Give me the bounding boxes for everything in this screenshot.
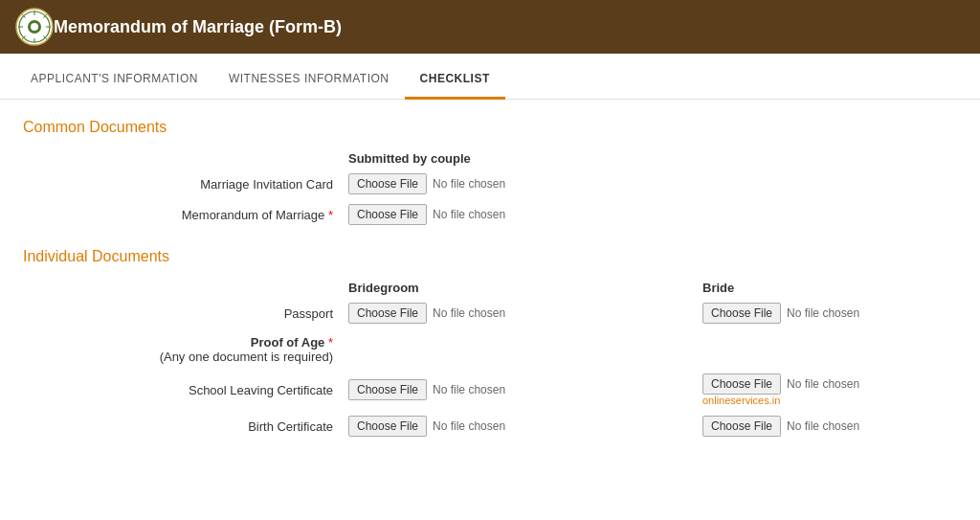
passport-groom-choose-btn[interactable]: Choose File — [348, 303, 427, 324]
proof-of-age-header-row: Proof of Age * (Any one document is requ… — [23, 335, 957, 364]
passport-row: Passport Choose File No file chosen Choo… — [23, 303, 957, 324]
school-cert-bride-file-group: Choose File No file chosen onlineservice… — [702, 373, 913, 406]
birth-cert-groom-choose-btn[interactable]: Choose File — [348, 416, 427, 437]
passport-bride-no-file: No file chosen — [787, 306, 859, 320]
tab-witnesses[interactable]: WITNESSES INFORMATION — [213, 60, 405, 100]
proof-age-subtitle: (Any one document is required) — [23, 350, 333, 364]
school-cert-bride-choose-btn[interactable]: Choose File — [702, 373, 781, 395]
common-documents-section: Common Documents Submitted by couple Mar… — [23, 119, 957, 225]
school-cert-groom-choose-btn[interactable]: Choose File — [348, 379, 427, 400]
tab-applicant[interactable]: APPLICANT'S INFORMATION — [15, 60, 213, 100]
tab-checklist[interactable]: CHECKLIST — [405, 60, 505, 100]
passport-groom-file-group: Choose File No file chosen — [348, 303, 559, 324]
marriage-invitation-no-file: No file chosen — [433, 177, 505, 191]
bridegroom-col-header: Bridegroom — [348, 281, 559, 295]
birth-cert-groom-no-file: No file chosen — [433, 419, 505, 433]
individual-documents-section: Individual Documents Bridegroom Bride Pa… — [23, 248, 957, 437]
proof-of-age-label-block: Proof of Age * (Any one document is requ… — [23, 335, 348, 364]
marriage-invitation-file-group: Choose File No file chosen — [348, 173, 559, 194]
school-cert-label: School Leaving Certificate — [23, 383, 348, 397]
common-docs-title: Common Documents — [23, 119, 957, 136]
passport-bride-choose-btn[interactable]: Choose File — [702, 303, 781, 324]
proof-age-title: Proof of Age — [251, 335, 325, 350]
common-docs-header-row: Submitted by couple — [23, 151, 957, 166]
birth-cert-bride-choose-btn[interactable]: Choose File — [702, 416, 781, 437]
individual-docs-title: Individual Documents — [23, 248, 957, 265]
memorandum-file-group: Choose File No file chosen — [348, 204, 559, 225]
memorandum-required-star: * — [328, 208, 333, 222]
school-cert-groom-file-group: Choose File No file chosen — [348, 379, 559, 400]
birth-cert-row: Birth Certificate Choose File No file ch… — [23, 416, 957, 437]
proof-age-required-star: * — [328, 335, 333, 350]
birth-cert-label: Birth Certificate — [23, 419, 348, 434]
watermark-link: onlineservices.in — [702, 395, 780, 406]
marriage-invitation-choose-btn[interactable]: Choose File — [348, 173, 427, 194]
school-cert-groom-no-file: No file chosen — [433, 383, 505, 396]
main-content: Common Documents Submitted by couple Mar… — [0, 100, 980, 479]
memorandum-no-file: No file chosen — [433, 208, 505, 221]
common-label-spacer — [23, 151, 348, 166]
school-cert-bride-no-file: No file chosen — [787, 377, 859, 391]
individual-label-spacer — [23, 281, 348, 295]
birth-cert-bride-no-file: No file chosen — [787, 419, 859, 433]
school-cert-row: School Leaving Certificate Choose File N… — [23, 373, 957, 406]
tab-bar: APPLICANT'S INFORMATION WITNESSES INFORM… — [0, 54, 980, 100]
passport-bride-file-group: Choose File No file chosen — [702, 303, 913, 324]
app-logo — [15, 8, 54, 46]
birth-cert-bride-file-group: Choose File No file chosen — [702, 416, 913, 437]
submitted-by-couple-header: Submitted by couple — [348, 151, 559, 166]
passport-groom-no-file: No file chosen — [433, 306, 505, 320]
marriage-invitation-label: Marriage Invitation Card — [23, 177, 348, 192]
birth-cert-groom-file-group: Choose File No file chosen — [348, 416, 559, 437]
svg-point-3 — [31, 23, 38, 31]
app-header: Memorandum of Marriage (Form-B) — [0, 0, 980, 54]
passport-label: Passport — [23, 306, 348, 321]
individual-docs-header-row: Bridegroom Bride — [23, 281, 957, 295]
memorandum-label: Memorandum of Marriage * — [23, 208, 348, 222]
memorandum-row: Memorandum of Marriage * Choose File No … — [23, 204, 957, 225]
memorandum-choose-btn[interactable]: Choose File — [348, 204, 427, 225]
marriage-invitation-row: Marriage Invitation Card Choose File No … — [23, 173, 957, 194]
app-title: Memorandum of Marriage (Form-B) — [54, 17, 342, 37]
bride-col-header: Bride — [702, 281, 913, 295]
